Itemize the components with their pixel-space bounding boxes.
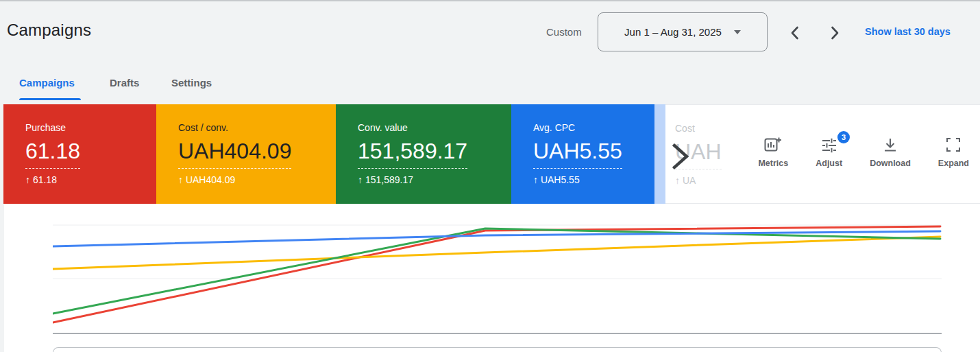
date-range-value: Jun 1 – Aug 31, 2025 xyxy=(624,26,722,38)
scorecard-row: Purchase 61.18 ↑ 61.18 Cost / conv. UAH4… xyxy=(3,104,980,204)
scorecards-scroll-right-button[interactable] xyxy=(668,141,694,172)
expand-button[interactable]: Expand xyxy=(938,137,969,168)
adjust-icon xyxy=(821,137,837,153)
adjust-badge: 3 xyxy=(837,131,850,143)
scorecard-label: Cost / conv. xyxy=(178,122,336,133)
metrics-label: Metrics xyxy=(758,159,788,168)
download-label: Download xyxy=(870,159,911,168)
date-range-type-label: Custom xyxy=(546,26,582,38)
date-range-picker[interactable]: Jun 1 – Aug 31, 2025 xyxy=(598,12,768,51)
show-last-30-days-link[interactable]: Show last 30 days xyxy=(865,26,951,37)
adjust-label: Adjust xyxy=(816,159,842,168)
scorecard-value: 151,589.17 xyxy=(358,139,467,169)
active-tab-underline xyxy=(19,98,81,100)
scorecard-delta: ↑ UA xyxy=(675,175,724,186)
chart-toolbar: Metrics 3 Adjust Download xyxy=(758,137,969,168)
caret-down-icon xyxy=(734,30,741,34)
previous-period-button[interactable] xyxy=(785,23,805,43)
campaign-table-top-edge xyxy=(53,347,942,352)
performance-chart-card xyxy=(4,204,980,352)
adjust-button[interactable]: 3 Adjust xyxy=(816,137,842,168)
page-title: Campaigns xyxy=(7,21,91,40)
chevron-right-icon xyxy=(829,25,841,40)
chevron-left-icon xyxy=(789,25,801,40)
tab-campaigns[interactable]: Campaigns xyxy=(19,77,75,89)
scorecard-value: 61.18 xyxy=(25,139,80,169)
scorecard-value: UAH404.09 xyxy=(178,139,291,169)
scorecard-delta: ↑ UAH404.09 xyxy=(178,174,336,185)
card-row-spacer xyxy=(654,104,665,204)
download-button[interactable]: Download xyxy=(870,137,911,168)
scorecard-label: Purchase xyxy=(25,122,156,133)
scorecard-tools-panel: Cost UAH ↑ UA Metrics xyxy=(665,104,980,204)
window-top-border xyxy=(0,0,980,1)
metrics-button[interactable]: Metrics xyxy=(758,137,788,168)
scorecard-delta: ↑ UAH5.55 xyxy=(533,174,654,185)
trend-line-chart[interactable] xyxy=(53,204,942,352)
scorecard-avg-cpc[interactable]: Avg. CPC UAH5.55 ↑ UAH5.55 xyxy=(511,104,654,204)
expand-icon xyxy=(945,137,961,153)
scorecard-label: Avg. CPC xyxy=(533,122,654,133)
download-icon xyxy=(882,137,898,153)
scorecard-label: Conv. value xyxy=(358,122,511,133)
next-period-button[interactable] xyxy=(824,23,845,43)
tab-drafts[interactable]: Drafts xyxy=(110,77,139,89)
scorecard-cost-per-conv[interactable]: Cost / conv. UAH404.09 ↑ UAH404.09 xyxy=(156,104,336,204)
scorecard-value: UAH5.55 xyxy=(533,139,622,169)
scorecard-label: Cost xyxy=(675,123,724,134)
scorecard-delta: ↑ 61.18 xyxy=(25,174,156,185)
scorecard-conv-value[interactable]: Conv. value 151,589.17 ↑ 151,589.17 xyxy=(336,104,511,204)
chevron-right-icon xyxy=(670,142,692,171)
scorecard-purchase[interactable]: Purchase 61.18 ↑ 61.18 xyxy=(3,104,156,204)
tab-settings[interactable]: Settings xyxy=(171,77,212,89)
scorecard-delta: ↑ 151,589.17 xyxy=(358,174,511,185)
expand-label: Expand xyxy=(938,159,969,168)
metrics-icon xyxy=(764,137,782,153)
